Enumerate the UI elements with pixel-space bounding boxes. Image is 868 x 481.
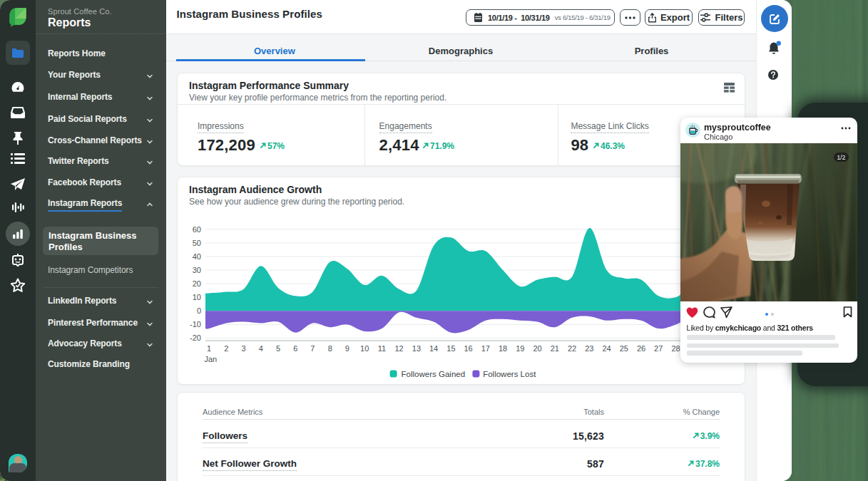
- svg-text:25: 25: [620, 343, 628, 352]
- svg-text:19: 19: [516, 343, 524, 352]
- svg-text:18: 18: [499, 343, 507, 352]
- svg-text:27: 27: [654, 343, 663, 352]
- svg-text:7: 7: [310, 343, 315, 352]
- svg-text:5: 5: [276, 343, 280, 352]
- svg-text:Followers Lost: Followers Lost: [483, 370, 536, 378]
- svg-text:28: 28: [671, 343, 680, 352]
- svg-text:4: 4: [259, 343, 263, 352]
- svg-text:2: 2: [224, 343, 228, 352]
- svg-text:1: 1: [207, 343, 211, 352]
- svg-text:20: 20: [533, 343, 541, 352]
- svg-text:22: 22: [568, 343, 576, 352]
- svg-text:15: 15: [446, 343, 455, 352]
- svg-text:9: 9: [345, 343, 349, 352]
- svg-text:21: 21: [551, 343, 559, 352]
- svg-text:0: 0: [197, 306, 201, 315]
- svg-text:26: 26: [637, 343, 645, 352]
- svg-text:24: 24: [602, 343, 611, 352]
- svg-text:3: 3: [241, 343, 245, 352]
- svg-text:50: 50: [193, 238, 201, 247]
- svg-text:17: 17: [481, 343, 490, 352]
- svg-text:60: 60: [193, 224, 201, 233]
- svg-text:8: 8: [328, 343, 332, 352]
- svg-text:16: 16: [464, 343, 472, 352]
- svg-text:12: 12: [394, 343, 403, 352]
- svg-text:Followers Gained: Followers Gained: [402, 370, 465, 378]
- svg-text:13: 13: [412, 343, 421, 352]
- svg-text:23: 23: [585, 343, 593, 352]
- svg-text:-20: -20: [190, 333, 201, 342]
- svg-text:40: 40: [193, 252, 201, 260]
- svg-text:30: 30: [193, 265, 201, 274]
- svg-text:20: 20: [193, 279, 201, 287]
- svg-text:10: 10: [360, 343, 369, 352]
- svg-text:6: 6: [293, 343, 297, 352]
- svg-text:-10: -10: [190, 320, 201, 329]
- svg-text:11: 11: [378, 343, 386, 352]
- svg-text:14: 14: [429, 343, 438, 352]
- svg-text:10: 10: [193, 293, 201, 301]
- svg-text:Jan: Jan: [205, 355, 218, 363]
